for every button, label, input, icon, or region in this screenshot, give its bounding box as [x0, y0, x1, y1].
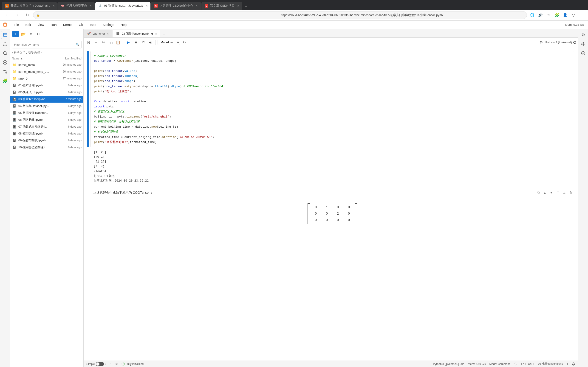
tab3-favicon: 🔬 — [99, 4, 102, 8]
col-name-header[interactable]: Name ▲ — [12, 57, 49, 60]
menu-kernel[interactable]: Kernel — [60, 22, 75, 27]
tab1-close[interactable]: × — [53, 4, 55, 8]
browser-tab-5[interactable]: C 写文章-CSDN博客 × — [201, 2, 242, 10]
search-sidebar-icon[interactable] — [1, 49, 9, 57]
file-item-06[interactable]: 📓 06-网络构建.ipynb 6 days ago — [10, 116, 83, 123]
menu-view[interactable]: View — [35, 22, 47, 27]
interrupt-toolbar-btn[interactable]: ■ — [133, 39, 139, 46]
file-item-09[interactable]: 📓 09-保存与加载.ipynb 6 days ago — [10, 137, 83, 144]
menu-help[interactable]: Help — [118, 22, 130, 27]
tab3-close[interactable]: × — [146, 4, 148, 8]
insert-before-btn[interactable]: ⊤ — [555, 190, 561, 195]
open-folder-btn[interactable]: 📂 — [20, 31, 27, 37]
move-up-btn[interactable]: ▲ — [542, 190, 548, 195]
file-name: 06-网络构建.ipynb — [18, 118, 52, 122]
back-button[interactable]: ← — [3, 11, 11, 19]
cut-toolbar-btn[interactable]: ✂ — [100, 39, 107, 46]
search-input[interactable] — [14, 43, 76, 46]
file-item-05[interactable]: 📓 05-数据变换Transfor... 6 days ago — [10, 109, 83, 116]
launcher-tab-close[interactable]: × — [107, 32, 109, 36]
markdown-cell: 上述代码会生成如下所示的 COOTensor： ⧉ ▲ ▼ ⊤ ⊥ 🗑 — [87, 187, 574, 229]
shield-icon — [514, 362, 518, 366]
refresh-files-btn[interactable]: ↻ — [35, 31, 41, 37]
move-down-btn[interactable]: ▼ — [548, 190, 554, 195]
running-icon[interactable] — [1, 58, 9, 67]
file-name: 05-数据变换Transfor... — [18, 111, 52, 115]
notebook-content[interactable]: # Make a COOTensor coo_tensor = COOTenso… — [84, 47, 578, 361]
menu-git[interactable]: Git — [76, 22, 86, 27]
file-item-01[interactable]: 📓 01-基本介绍.ipynb 6 days ago — [10, 82, 83, 89]
copy-cell-btn[interactable]: ⧉ — [536, 190, 541, 195]
browser-tab-3[interactable]: 🔬 03-张量Tensor... - JupyterLab × — [95, 2, 150, 10]
file-item-03[interactable]: 📓 03-张量Tensor.ipynb a minute ago — [10, 96, 83, 103]
cell-type-select[interactable]: Markdown — [158, 40, 180, 45]
notebook-icon-active: 📓 — [12, 97, 17, 101]
settings-btn[interactable]: ⚙ — [115, 362, 118, 366]
menu-run[interactable]: Run — [48, 22, 60, 27]
simple-toggle[interactable] — [96, 362, 104, 366]
menu-file[interactable]: File — [11, 22, 22, 27]
notebook-icon: 📓 — [12, 90, 17, 95]
bookmark-btn[interactable]: ☆ — [545, 12, 552, 19]
extension-sidebar-icon[interactable]: 🧩 — [1, 77, 9, 85]
address-bar[interactable]: 🔒 https://cloud-bbe3485f-a98e-45d8-b204-… — [33, 11, 527, 19]
new-panel-tab-button[interactable]: + — [161, 31, 167, 37]
file-item-08[interactable]: 📓 08-模型训练.ipynb 6 days ago — [10, 130, 83, 137]
browser-tab-1[interactable]: 🐳 开源大模型入门（DataWhal... × — [2, 2, 57, 10]
copy-toolbar-btn[interactable] — [108, 39, 114, 46]
restart-run-all-toolbar-btn[interactable]: ⏭ — [147, 39, 154, 46]
file-item-04[interactable]: 📓 04-数据集Dataset.ipy... 6 days ago — [10, 103, 83, 109]
file-item-02[interactable]: 📓 02-快速入门.ipynb 6 days ago — [10, 89, 83, 96]
add-cell-toolbar-btn[interactable]: + — [93, 39, 99, 46]
right-settings-icon[interactable]: ⚙ — [579, 31, 587, 39]
tab-launcher[interactable]: 🚀 Launcher × — [84, 30, 112, 37]
save-toolbar-btn[interactable] — [85, 39, 92, 46]
tensor-tab-icon: 📓 — [116, 32, 120, 35]
file-item-10[interactable]: 📓 10-使用静态图加速.i... 6 days ago — [10, 144, 83, 151]
new-tab-button[interactable]: + — [243, 3, 249, 10]
tab2-close[interactable]: × — [90, 4, 92, 8]
markdown-cell-wrapper: 上述代码会生成如下所示的 COOTensor： ⧉ ▲ ▼ ⊤ ⊥ 🗑 — [87, 187, 574, 229]
upload-icon[interactable] — [1, 40, 9, 48]
right-property-icon[interactable] — [579, 40, 587, 48]
cell-type-refresh-btn[interactable]: ↻ — [181, 39, 187, 46]
menu-settings[interactable]: Settings — [100, 22, 117, 27]
paste-toolbar-btn[interactable]: 📋 — [115, 39, 121, 46]
notification-bell[interactable] — [572, 362, 575, 366]
restart-toolbar-btn[interactable]: ↺ — [140, 39, 146, 46]
files-icon[interactable] — [1, 31, 9, 39]
right-toc-icon[interactable] — [579, 49, 587, 57]
new-file-button[interactable]: + — [12, 31, 19, 37]
tab4-close[interactable]: × — [196, 4, 197, 8]
git-sidebar-icon[interactable] — [1, 67, 9, 76]
run-toolbar-btn[interactable]: ▶ — [125, 39, 132, 46]
history-btn[interactable]: ⭮ — [570, 12, 577, 19]
translate-btn[interactable]: 🌐 — [529, 12, 536, 19]
upload-btn[interactable]: ⬆ — [27, 31, 34, 37]
tab5-close[interactable]: × — [237, 4, 239, 8]
tts-btn[interactable]: 🔊 — [537, 12, 544, 19]
delete-cell-btn[interactable]: 🗑 — [568, 190, 573, 195]
forward-button[interactable]: → — [13, 11, 21, 19]
svg-point-13 — [122, 363, 125, 365]
reload-button[interactable]: ↻ — [23, 11, 31, 19]
browser-tab-2[interactable]: 🧠 昇思大模型平台 × — [57, 2, 95, 10]
menu-tabs[interactable]: Tabs — [87, 22, 99, 27]
more-btn[interactable]: ⋯ — [578, 12, 585, 19]
code-cell-content[interactable]: # Make a COOTensor coo_tensor = COOTenso… — [91, 51, 574, 147]
insert-after-btn[interactable]: ⊥ — [561, 190, 567, 195]
svg-point-10 — [3, 70, 4, 71]
profile-btn[interactable]: 👤 — [562, 12, 569, 19]
tab5-title: 写文章-CSDN博客 — [210, 4, 235, 8]
file-item-07[interactable]: 📓 07-函数式自动微分.i... 6 days ago — [10, 123, 83, 130]
file-item-rank0[interactable]: 📁 rank_0 27 minutes ago — [10, 75, 83, 82]
menu-edit[interactable]: Edit — [23, 22, 34, 27]
settings-toolbar-btn[interactable]: ⚙ — [538, 39, 544, 46]
extension-btn[interactable]: 🧩 — [554, 12, 561, 19]
tensor-tab-close[interactable]: × — [155, 32, 157, 36]
md-cell-content: 上述代码会生成如下所示的 COOTensor： ⧉ ▲ ▼ ⊤ ⊥ 🗑 — [91, 187, 574, 229]
file-item-kernel-meta[interactable]: 📁 kernel_meta 26 minutes ago — [10, 61, 83, 68]
tab-tensor[interactable]: 📓 03-张量Tensor.ipynb × — [112, 30, 160, 37]
browser-tab-4[interactable]: C 内容管理-CSDN创作中心 × — [151, 2, 201, 10]
file-item-kernel-meta-temp[interactable]: 📁 kernel_meta_temp_2... 26 minutes ago — [10, 68, 83, 75]
